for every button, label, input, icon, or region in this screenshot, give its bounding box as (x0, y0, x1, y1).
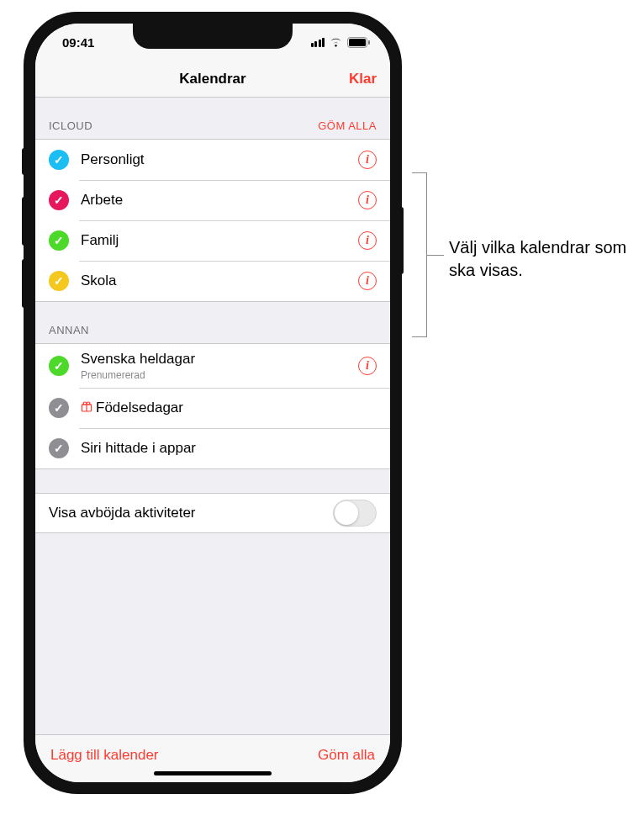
notch (133, 24, 293, 49)
info-icon[interactable]: i (358, 272, 377, 290)
checkbox-icon[interactable]: ✓ (49, 230, 69, 251)
nav-title: Kalendrar (179, 71, 245, 87)
calendar-label: Arbete (81, 192, 358, 209)
section-header-annan: ANNAN (35, 302, 390, 343)
declined-events-label: Visa avböjda aktiviteter (49, 505, 196, 521)
svg-rect-2 (368, 40, 370, 45)
info-icon[interactable]: i (358, 191, 377, 209)
info-icon[interactable]: i (358, 357, 377, 375)
status-time: 09:41 (62, 35, 94, 50)
calendar-row-siri[interactable]: ✓ Siri hittade i appar (35, 428, 390, 468)
calendar-row-personligt[interactable]: ✓ Personligt i (35, 140, 390, 180)
cellular-signal-icon (311, 38, 325, 47)
volume-down (22, 259, 27, 308)
checkbox-icon[interactable]: ✓ (49, 398, 69, 418)
calendar-label: Födelsedagar (81, 400, 377, 416)
callout-connector (427, 255, 444, 256)
nav-bar: Kalendrar Klar (35, 61, 390, 98)
calendar-label: Familj (81, 232, 358, 249)
info-icon[interactable]: i (358, 231, 377, 250)
icloud-list: ✓ Personligt i ✓ Arbete i ✓ Familj i (35, 139, 390, 302)
wifi-icon (329, 37, 343, 47)
phone-frame: 09:41 Kalendrar (24, 12, 402, 794)
calendar-label: Personligt (81, 151, 358, 168)
section-title-icloud: ICLOUD (49, 119, 92, 132)
mute-switch (22, 148, 27, 175)
add-calendar-button[interactable]: Lägg till kalender (50, 747, 159, 764)
hide-all-button[interactable]: Göm alla (318, 747, 375, 764)
volume-up (22, 197, 27, 246)
calendar-row-familj[interactable]: ✓ Familj i (35, 220, 390, 261)
calendar-sublabel: Prenumererad (81, 369, 358, 381)
gift-icon (81, 400, 92, 415)
checkbox-icon[interactable]: ✓ (49, 150, 69, 170)
content-scroll[interactable]: ICLOUD GÖM ALLA ✓ Personligt i ✓ Arbete … (35, 98, 390, 734)
checkbox-icon[interactable]: ✓ (49, 438, 69, 458)
calendar-row-fodelsedagar[interactable]: ✓ Födelsedagar (35, 388, 390, 428)
calendar-row-skola[interactable]: ✓ Skola i (35, 261, 390, 301)
section-title-annan: ANNAN (49, 324, 89, 336)
callout-bracket (412, 172, 427, 337)
calendar-label: Svenska heldagar (81, 351, 358, 368)
checkbox-icon[interactable]: ✓ (49, 271, 69, 291)
hide-all-icloud-button[interactable]: GÖM ALLA (318, 119, 377, 132)
done-button[interactable]: Klar (349, 61, 377, 98)
other-list: ✓ Svenska heldagar Prenumererad i ✓ (35, 343, 390, 469)
declined-events-toggle[interactable] (333, 500, 377, 527)
battery-icon (347, 37, 370, 48)
calendar-label: Skola (81, 273, 358, 289)
checkbox-icon[interactable]: ✓ (49, 356, 69, 376)
calendar-row-heldagar[interactable]: ✓ Svenska heldagar Prenumererad i (35, 344, 390, 388)
home-indicator[interactable] (154, 771, 272, 775)
power-button (399, 207, 404, 274)
calendar-row-arbete[interactable]: ✓ Arbete i (35, 180, 390, 220)
section-header-icloud: ICLOUD GÖM ALLA (35, 98, 390, 139)
declined-events-row: Visa avböjda aktiviteter (35, 493, 390, 533)
calendar-label: Siri hittade i appar (81, 440, 377, 457)
callout-text: Välj vilka kalendrar som ska visas. (449, 236, 642, 282)
checkbox-icon[interactable]: ✓ (49, 190, 69, 210)
svg-rect-1 (349, 39, 366, 46)
info-icon[interactable]: i (358, 151, 377, 169)
